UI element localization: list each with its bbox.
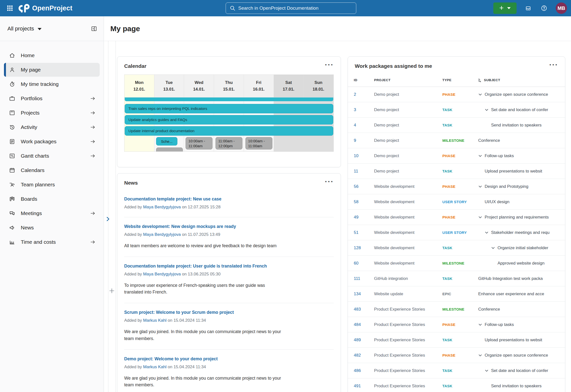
table-row[interactable]: 9 Demo project MILESTONE Conference xyxy=(348,133,565,148)
calendar-event[interactable]: Train sales reps on interpreting PQL ind… xyxy=(125,104,333,113)
table-row[interactable]: 2 Demo project PHASE Organize open sourc… xyxy=(348,87,565,102)
sidebar-item-my-time-tracking[interactable]: My time tracking xyxy=(4,77,100,91)
table-row[interactable]: 128 Website development TASK Organize in… xyxy=(348,240,565,256)
table-row[interactable]: 482 Product Experience Stories PHASE Org… xyxy=(348,348,565,363)
calendar-event[interactable]: Update analytics guides and FAQs xyxy=(125,115,333,124)
sidebar-item-team-planners[interactable]: Team planners xyxy=(4,178,100,192)
collapse-children-icon[interactable] xyxy=(478,353,482,357)
calendar-event-partial[interactable] xyxy=(125,98,333,101)
collapse-children-icon[interactable] xyxy=(478,323,482,327)
calendar-event[interactable] xyxy=(156,147,183,151)
sidebar-item-calendars[interactable]: Calendars xyxy=(4,163,100,177)
news-item-link[interactable]: Website development: New design mockups … xyxy=(124,224,334,229)
table-row[interactable]: 60 Website development MILESTONE Approve… xyxy=(348,256,565,271)
work-package-id-link[interactable]: 491 xyxy=(354,384,374,389)
news-author-link[interactable]: Maya Berdygylyjova xyxy=(143,272,181,276)
sidebar-item-activity[interactable]: Activity xyxy=(4,120,100,134)
collapse-children-icon[interactable] xyxy=(485,369,489,373)
project-filter-dropdown[interactable]: All projects xyxy=(7,25,42,32)
sidebar-item-projects[interactable]: Projects xyxy=(4,106,100,120)
table-row[interactable]: 4 Demo project TASK Send invitation to s… xyxy=(348,118,565,133)
news-author-link[interactable]: Maya Berdygylyjova xyxy=(143,205,181,209)
table-row[interactable]: 486 Product Experience Stories TASK Set … xyxy=(348,363,565,378)
arrow-right-icon[interactable] xyxy=(90,124,96,130)
work-package-id-link[interactable]: 111 xyxy=(354,276,374,281)
sidebar-item-my-page[interactable]: My page xyxy=(4,63,100,77)
column-header-id[interactable]: ID xyxy=(354,78,374,82)
table-row[interactable]: 58 Website development USER STORY UI/UX … xyxy=(348,194,565,210)
table-row[interactable]: 10 Demo project PHASE Follow-up tasks xyxy=(348,148,565,164)
sidebar-expand-handle[interactable] xyxy=(105,216,111,223)
calendar-event[interactable]: 10:00am - 11:00am xyxy=(186,137,213,149)
calendar-event[interactable]: 10:00am - 11:00am xyxy=(245,137,272,149)
news-author-link[interactable]: Maya Berdygylyjova xyxy=(143,232,181,237)
column-header-subject[interactable]: SUBJECT xyxy=(478,78,565,82)
work-package-id-link[interactable]: 51 xyxy=(354,230,374,235)
sidebar-item-time-and-costs[interactable]: Time and costs xyxy=(4,235,100,249)
work-package-id-link[interactable]: 489 xyxy=(354,338,374,343)
collapse-children-icon[interactable] xyxy=(485,108,489,112)
work-package-id-link[interactable]: 9 xyxy=(354,138,374,143)
table-row[interactable]: 489 Product Experience Stories TASK Uplo… xyxy=(348,332,565,348)
arrow-right-icon[interactable] xyxy=(90,110,96,116)
sidebar-item-gantt-charts[interactable]: Gantt charts xyxy=(4,149,100,163)
calendar-event[interactable]: Sche... xyxy=(156,137,178,146)
work-package-id-link[interactable]: 128 xyxy=(354,245,374,250)
collapse-children-icon[interactable] xyxy=(478,93,482,97)
global-search[interactable] xyxy=(226,2,356,14)
work-package-id-link[interactable]: 11 xyxy=(354,169,374,174)
quick-add-button[interactable]: + xyxy=(493,2,517,14)
sidebar-item-news[interactable]: News xyxy=(4,221,100,235)
table-row[interactable]: 491 Product Experience Stories TASK Send… xyxy=(348,378,565,392)
work-package-id-link[interactable]: 56 xyxy=(354,184,374,189)
arrow-right-icon[interactable] xyxy=(90,153,96,159)
collapse-children-icon[interactable] xyxy=(478,185,482,189)
sidebar-item-meetings[interactable]: Meetings xyxy=(4,206,100,220)
table-row[interactable]: 111 GitHub integration TASK GitHub Integ… xyxy=(348,271,565,286)
column-header-project[interactable]: PROJECT xyxy=(374,78,442,82)
work-package-id-link[interactable]: 2 xyxy=(354,92,374,97)
work-package-id-link[interactable]: 49 xyxy=(354,215,374,220)
table-row[interactable]: 56 Website development PHASE Design and … xyxy=(348,179,565,194)
news-item-link[interactable]: Documentation template project: New use … xyxy=(124,196,334,202)
openproject-logo[interactable]: OpenProject xyxy=(18,4,72,13)
arrow-right-icon[interactable] xyxy=(90,210,96,216)
news-item-link[interactable]: Demo project: Welcome to your demo proje… xyxy=(124,356,334,362)
arrow-right-icon[interactable] xyxy=(90,239,96,245)
news-author-link[interactable]: Markus Kahl xyxy=(143,365,167,369)
work-package-id-link[interactable]: 3 xyxy=(354,107,374,112)
collapse-children-icon[interactable] xyxy=(491,246,495,250)
table-row[interactable]: 49 Website development PHASE Project pla… xyxy=(348,210,565,225)
table-row[interactable]: 51 Website development USER STORY Stakeh… xyxy=(348,225,565,240)
app-grid-icon[interactable] xyxy=(5,3,15,13)
sidebar-collapse-icon[interactable] xyxy=(91,25,97,32)
add-widget-button[interactable] xyxy=(109,288,115,295)
news-author-link[interactable]: Markus Kahl xyxy=(143,318,167,323)
arrow-right-icon[interactable] xyxy=(90,139,96,145)
work-package-id-link[interactable]: 484 xyxy=(354,322,374,327)
calendar-event[interactable]: Update internal product documentation xyxy=(125,126,333,136)
table-row[interactable]: 483 Product Experience Stories MILESTONE… xyxy=(348,302,565,317)
table-row[interactable]: 134 Website update EPIC Enhance user exp… xyxy=(348,286,565,302)
table-row[interactable]: 11 Demo project TASK Upload presentation… xyxy=(348,164,565,179)
work-package-id-link[interactable]: 486 xyxy=(354,368,374,373)
help-icon[interactable] xyxy=(540,4,548,12)
sidebar-item-portfolios[interactable]: Portfolios xyxy=(4,92,100,105)
notifications-inbox-icon[interactable] xyxy=(524,4,532,12)
work-package-id-link[interactable]: 58 xyxy=(354,199,374,204)
collapse-children-icon[interactable] xyxy=(478,215,482,219)
arrow-right-icon[interactable] xyxy=(90,96,96,101)
user-avatar[interactable]: MB xyxy=(556,2,567,14)
collapse-children-icon[interactable] xyxy=(485,231,489,235)
work-package-id-link[interactable]: 483 xyxy=(354,307,374,312)
calendar-widget-menu-icon[interactable] xyxy=(325,63,334,67)
work-package-id-link[interactable]: 10 xyxy=(354,153,374,158)
sidebar-item-home[interactable]: Home xyxy=(4,49,100,62)
news-item-link[interactable]: Documentation template project: User gui… xyxy=(124,264,334,269)
work-package-id-link[interactable]: 4 xyxy=(354,123,374,128)
collapse-children-icon[interactable] xyxy=(478,154,482,158)
table-row[interactable]: 3 Demo project TASK Set date and locatio… xyxy=(348,102,565,118)
sidebar-item-work-packages[interactable]: Work packages xyxy=(4,135,100,148)
news-item-link[interactable]: Scrum project: Welcome to your Scrum dem… xyxy=(124,310,334,315)
work-package-id-link[interactable]: 60 xyxy=(354,261,374,266)
